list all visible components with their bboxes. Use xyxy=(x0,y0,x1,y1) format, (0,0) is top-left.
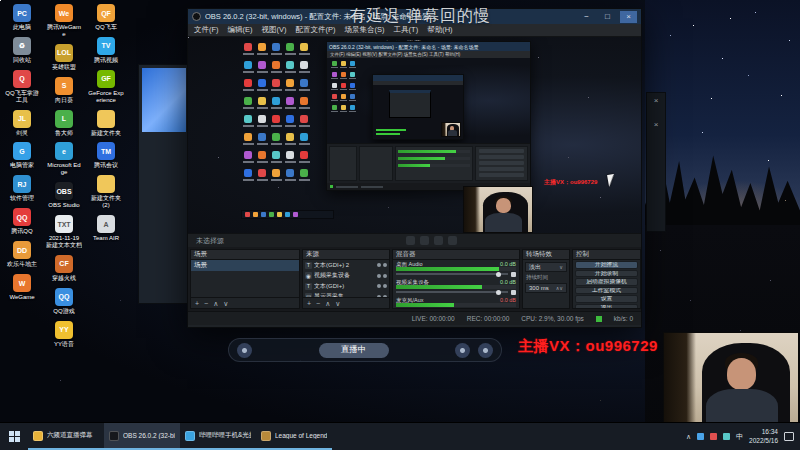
close-icon[interactable]: × xyxy=(654,121,659,129)
desktop-icon[interactable]: OBSOBS Studio xyxy=(46,182,82,209)
close-button[interactable]: × xyxy=(620,11,637,23)
desktop-icon[interactable]: JL剑灵 xyxy=(4,110,40,137)
desktop-icon[interactable]: LOL英雄联盟 xyxy=(46,44,82,71)
webcam-window[interactable] xyxy=(663,332,799,432)
menu-item[interactable]: 文件(F) xyxy=(194,25,219,35)
sources-toolbar-button[interactable]: ∨ xyxy=(335,300,340,307)
desktop-icon[interactable]: TM腾讯会议 xyxy=(88,142,124,169)
taskbar-app[interactable]: 哔哩哔哩手机&光摄像... xyxy=(180,423,256,450)
tray-app-icon[interactable] xyxy=(697,433,704,440)
desktop-icon[interactable]: ♻回收站 xyxy=(4,37,40,64)
mini-desktop-icon xyxy=(297,169,311,181)
desktop-icon[interactable]: We腾讯WeGame xyxy=(46,4,82,38)
visibility-eye-icon[interactable] xyxy=(377,284,381,288)
lock-icon[interactable] xyxy=(383,295,387,297)
toolbar-icon[interactable] xyxy=(420,236,429,245)
desktop-icon[interactable]: DD欢乐斗地主 xyxy=(4,241,40,268)
taskbar-app[interactable]: 六频道直播弹幕 xyxy=(28,423,104,450)
sources-toolbar-button[interactable]: + xyxy=(307,300,311,307)
maximize-button[interactable]: □ xyxy=(599,11,616,23)
source-item[interactable]: ▤显示器采集 xyxy=(303,292,389,298)
settings-button[interactable] xyxy=(478,343,493,358)
close-icon[interactable]: × xyxy=(654,97,659,105)
mini-desktop-icon xyxy=(297,97,311,109)
control-button[interactable]: 退出 xyxy=(575,304,638,309)
desktop-icon[interactable]: L鲁大师 xyxy=(46,110,82,137)
desktop-icon[interactable]: RJ软件管理 xyxy=(4,175,40,202)
desktop-icon[interactable]: 新建文件夹 xyxy=(88,110,124,137)
tray-app-icon[interactable] xyxy=(710,433,717,440)
toolbar-icon[interactable] xyxy=(434,236,443,245)
desktop-icon[interactable]: QQQ飞车掌游工具 xyxy=(4,70,40,104)
desktop-icon-label: 英雄联盟 xyxy=(46,64,82,71)
taskbar-app[interactable]: OBS 26.0.2 (32-bi... xyxy=(104,423,180,450)
control-button[interactable]: 设置 xyxy=(575,295,638,303)
scenes-toolbar-button[interactable]: ∧ xyxy=(213,300,218,307)
visibility-eye-icon[interactable] xyxy=(377,295,381,297)
mini-desktop-icon xyxy=(269,133,283,145)
lock-icon[interactable] xyxy=(383,274,387,278)
transition-duration-spinner[interactable]: 300 ms ∧∨ xyxy=(525,283,567,293)
desktop-icon[interactable]: GFGeForce Experience xyxy=(88,70,124,104)
control-button[interactable]: 启动虚拟摄像机 xyxy=(575,278,638,286)
control-button[interactable]: 开始录制 xyxy=(575,270,638,278)
source-label: 视频采集设备 xyxy=(314,271,375,280)
volume-slider[interactable] xyxy=(396,291,508,293)
desktop-icon[interactable]: TV腾讯视频 xyxy=(88,37,124,64)
desktop-icon[interactable]: PC此电脑 xyxy=(4,4,40,31)
mini-desktop-icon xyxy=(339,72,348,79)
scenes-toolbar-button[interactable]: + xyxy=(195,300,199,307)
desktop-icon[interactable]: QQQQ游戏 xyxy=(46,288,82,315)
source-item[interactable]: T文本(GDI+) xyxy=(303,281,389,292)
transition-select[interactable]: 淡出 ∨ xyxy=(525,262,567,272)
scenes-toolbar-button[interactable]: ∨ xyxy=(223,300,228,307)
desktop-icon[interactable]: eMicrosoft Edge xyxy=(46,142,82,176)
nested-obs-docks xyxy=(327,143,530,183)
desktop-icon[interactable]: CF穿越火线 xyxy=(46,255,82,282)
control-button[interactable]: 开始推流 xyxy=(575,261,638,269)
desktop-icon[interactable]: ATeam AIR xyxy=(88,215,124,242)
nested-obs-preview xyxy=(327,58,530,143)
tray-app-icon[interactable] xyxy=(723,433,730,440)
scene-item[interactable]: 场景 xyxy=(191,260,299,271)
taskbar-app[interactable]: League of Legends xyxy=(256,423,332,450)
collapsed-panel[interactable]: × × xyxy=(646,92,666,232)
toolbar-icon[interactable] xyxy=(406,236,415,245)
desktop-icon-label: 新建文件夹 xyxy=(88,130,124,137)
background-window[interactable] xyxy=(138,64,190,304)
speaker-icon[interactable] xyxy=(511,272,516,277)
start-button[interactable] xyxy=(0,423,28,450)
desktop-icon[interactable]: G电脑管家 xyxy=(4,142,40,169)
notification-center-icon[interactable] xyxy=(784,432,794,441)
desktop-icon[interactable]: TXT2021-11-19 新建文本文档 xyxy=(46,215,82,249)
volume-slider[interactable] xyxy=(396,273,508,275)
source-item[interactable]: ◉视频采集设备 xyxy=(303,271,389,282)
sources-toolbar-button[interactable]: − xyxy=(316,300,320,307)
speaker-muted-icon[interactable] xyxy=(511,308,516,309)
camera-button[interactable] xyxy=(237,343,252,358)
desktop-icon[interactable]: YYYY语音 xyxy=(46,321,82,348)
mini-taskbar-icon xyxy=(285,212,290,217)
edit-button[interactable] xyxy=(455,343,470,358)
visibility-eye-icon[interactable] xyxy=(377,263,381,267)
desktop-icon[interactable]: WWeGame xyxy=(4,274,40,301)
obs-preview-canvas[interactable]: 有延迟 弹幕回的慢 OBS 26.0.2 (32-bit, windows) -… xyxy=(188,37,641,233)
scenes-toolbar-button[interactable]: − xyxy=(204,300,208,307)
toolbar-icon[interactable] xyxy=(448,236,457,245)
sources-toolbar-button[interactable]: ∧ xyxy=(325,300,330,307)
tray-expand-icon[interactable]: ∧ xyxy=(686,433,691,441)
desktop-icon[interactable]: QFQQ飞车 xyxy=(88,4,124,31)
desktop-icon[interactable]: QQ腾讯QQ xyxy=(4,208,40,235)
mini-desktop-icon xyxy=(255,169,269,181)
source-item[interactable]: T文本(GDI+) 2 xyxy=(303,260,389,271)
control-button[interactable]: 工作室模式 xyxy=(575,287,638,295)
lock-icon[interactable] xyxy=(383,263,387,267)
desktop-icon[interactable]: S向日葵 xyxy=(46,77,82,104)
speaker-icon[interactable] xyxy=(511,290,516,295)
visibility-eye-icon[interactable] xyxy=(377,274,381,278)
input-language-indicator[interactable]: 中 xyxy=(736,432,743,442)
taskbar-clock[interactable]: 16:34 2022/5/16 xyxy=(749,428,778,445)
live-status-pill[interactable]: 直播中 xyxy=(319,343,389,358)
desktop-icon[interactable]: 新建文件夹 (2) xyxy=(88,175,124,209)
lock-icon[interactable] xyxy=(383,284,387,288)
